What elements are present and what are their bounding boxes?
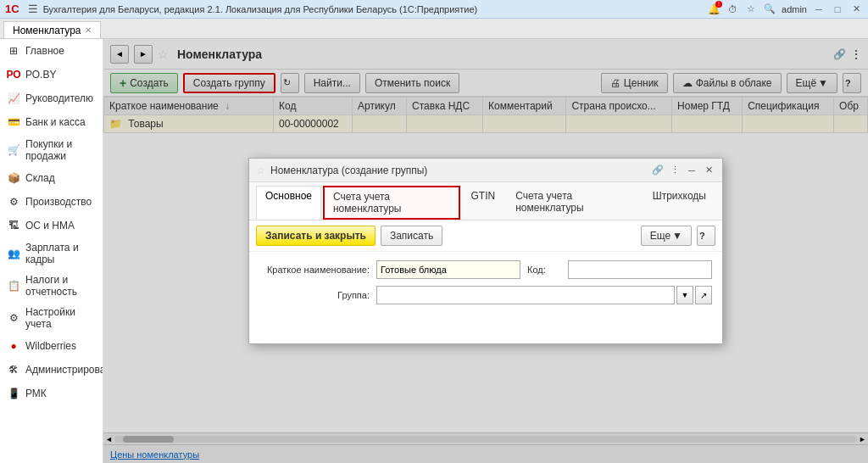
pmk-icon: 📱: [7, 387, 20, 400]
history-icon[interactable]: ⏱: [726, 3, 739, 16]
warehouse-icon: 📦: [7, 171, 20, 185]
tab-nomenclature[interactable]: Номенклатура ✕: [3, 21, 101, 38]
sidebar-label-warehouse: Склад: [25, 172, 55, 184]
modal-star-icon[interactable]: ☆: [256, 165, 265, 176]
sidebar-item-sales[interactable]: 🛒 Покупки и продажи: [0, 134, 103, 166]
sidebar-item-wildberries[interactable]: ● Wildberries: [0, 334, 103, 358]
modal-more-button[interactable]: Еще ▼: [641, 226, 692, 246]
main-layout: ⊞ Главное РО РО.BY 📈 Руководителю 💳 Банк…: [0, 39, 868, 463]
ruby-icon: РО: [7, 68, 20, 81]
modal-close-icon[interactable]: ✕: [702, 164, 715, 177]
save-close-button[interactable]: Записать и закрыть: [256, 226, 376, 246]
sidebar-item-warehouse[interactable]: 📦 Склад: [0, 166, 103, 190]
wildberries-icon: ●: [7, 339, 20, 353]
sidebar-label-admin: Администрирование: [25, 364, 103, 376]
save-close-label: Записать и закрыть: [265, 230, 366, 242]
modal-action-bar: Записать и закрыть Записать Еще ▼ ?: [249, 220, 722, 252]
shortname-label: Краткое наименование:: [259, 265, 370, 275]
modal-minimize-icon[interactable]: ─: [685, 164, 698, 177]
salary-icon: 👥: [7, 247, 20, 260]
shortname-input[interactable]: [376, 260, 520, 279]
app-title: Бухгалтерия для Беларуси, редакция 2.1. …: [43, 4, 702, 14]
main-icon: ⊞: [7, 44, 20, 58]
sidebar-item-salary[interactable]: 👥 Зарплата и кадры: [0, 237, 103, 270]
sidebar-item-main[interactable]: ⊞ Главное: [0, 39, 103, 63]
save-button[interactable]: Записать: [381, 226, 442, 246]
title-bar: 1С ☰ Бухгалтерия для Беларуси, редакция …: [0, 0, 868, 19]
modal-tab-accounts[interactable]: Счета учета номенклатуры: [323, 186, 460, 220]
sidebar-item-bank[interactable]: 💳 Банк и касса: [0, 110, 103, 134]
modal-tab-barcodes[interactable]: Штрихкоды: [643, 186, 715, 220]
modal-link-icon[interactable]: 🔗: [651, 164, 665, 177]
username-label: admin: [782, 4, 807, 14]
sidebar-label-bank: Банк и касса: [25, 116, 86, 128]
settings-icon: ⚙: [7, 311, 20, 325]
sidebar-item-os[interactable]: 🏗 ОС и НМА: [0, 214, 103, 237]
modal-header: ☆ Номенклатура (создание группы) 🔗 ⋮ ─ ✕: [249, 159, 722, 182]
group-dropdown-icon[interactable]: ▼: [676, 286, 693, 304]
minimize-icon[interactable]: ─: [812, 3, 826, 16]
restore-icon[interactable]: □: [831, 3, 844, 16]
sidebar-label-main: Главное: [25, 45, 64, 57]
modal-more-icon[interactable]: ⋮: [668, 164, 682, 177]
sidebar-label-sales: Покупки и продажи: [25, 138, 96, 162]
sales-icon: 🛒: [7, 143, 20, 157]
production-icon: ⚙: [7, 195, 20, 209]
sidebar-item-production[interactable]: ⚙ Производство: [0, 190, 103, 214]
sidebar-item-ruby[interactable]: РО РО.BY: [0, 63, 103, 86]
app-logo: 1С: [5, 3, 19, 15]
notification-icon[interactable]: 🔔 !: [707, 3, 721, 16]
group-input-group: ▼ ↗: [376, 286, 712, 304]
sidebar-item-pmk[interactable]: 📱 РМК: [0, 382, 103, 405]
manager-icon: 📈: [7, 92, 20, 105]
admin-icon: 🛠: [7, 363, 20, 377]
modal-header-controls: 🔗 ⋮ ─ ✕: [651, 164, 715, 177]
modal-tab-accounts2[interactable]: Счета учета номенклатуры: [506, 186, 642, 220]
hamburger-icon[interactable]: ☰: [28, 3, 38, 15]
modal-dropdown-icon: ▼: [672, 230, 682, 242]
tab-close-icon[interactable]: ✕: [85, 25, 92, 35]
sidebar-label-wildberries: Wildberries: [25, 340, 76, 352]
content-area: ◄ ► ☆ Номенклатура 🔗 ⋮ + Создать Создать…: [103, 39, 868, 463]
sidebar-item-admin[interactable]: 🛠 Администрирование: [0, 358, 103, 382]
close-icon[interactable]: ✕: [849, 3, 863, 16]
code-label: Код:: [527, 265, 561, 275]
search-icon[interactable]: 🔍: [763, 3, 776, 16]
modal-help-button[interactable]: ?: [697, 226, 715, 246]
tab-bar: Номенклатура ✕: [0, 19, 868, 39]
sidebar-item-settings[interactable]: ⚙ Настройки учета: [0, 302, 103, 334]
sidebar-label-ruby: РО.BY: [25, 69, 56, 81]
modal-tab-gtin[interactable]: GTIN: [462, 186, 505, 220]
star-icon[interactable]: ☆: [744, 3, 758, 16]
sidebar: ⊞ Главное РО РО.BY 📈 Руководителю 💳 Банк…: [0, 39, 103, 463]
modal-tab-main[interactable]: Основное: [256, 186, 321, 220]
sidebar-label-salary: Зарплата и кадры: [25, 242, 96, 265]
window-controls: 🔔 ! ⏱ ☆ 🔍 admin ─ □ ✕: [707, 3, 863, 16]
modal-more-label: Еще: [650, 230, 670, 242]
group-input[interactable]: [376, 286, 675, 304]
sidebar-item-taxes[interactable]: 📋 Налоги и отчетность: [0, 270, 103, 302]
group-open-icon[interactable]: ↗: [695, 286, 712, 304]
code-input[interactable]: [568, 260, 712, 279]
modal-content: Краткое наименование: Код: Группа: ▼ ↗: [249, 252, 722, 320]
modal-title: Номенклатура (создание группы): [270, 165, 646, 176]
sidebar-label-production: Производство: [25, 196, 92, 208]
form-row-group: Группа: ▼ ↗: [259, 286, 712, 304]
sidebar-label-pmk: РМК: [25, 388, 47, 399]
sidebar-label-manager: Руководителю: [25, 92, 93, 104]
bank-icon: 💳: [7, 115, 20, 129]
tab-label: Номенклатура: [13, 25, 81, 36]
taxes-icon: 📋: [7, 279, 20, 293]
form-row-shortname: Краткое наименование: Код:: [259, 260, 712, 279]
os-icon: 🏗: [7, 219, 20, 232]
sidebar-label-taxes: Налоги и отчетность: [25, 274, 96, 298]
sidebar-label-os: ОС и НМА: [25, 220, 75, 232]
modal-overlay: ☆ Номенклатура (создание группы) 🔗 ⋮ ─ ✕…: [103, 39, 868, 463]
group-label: Группа:: [259, 290, 370, 300]
sidebar-item-manager[interactable]: 📈 Руководителю: [0, 86, 103, 110]
sidebar-label-settings: Настройки учета: [25, 306, 96, 330]
modal-dialog: ☆ Номенклатура (создание группы) 🔗 ⋮ ─ ✕…: [248, 158, 723, 344]
save-label: Записать: [390, 230, 433, 242]
modal-tabs: Основное Счета учета номенклатуры GTIN С…: [249, 182, 722, 220]
